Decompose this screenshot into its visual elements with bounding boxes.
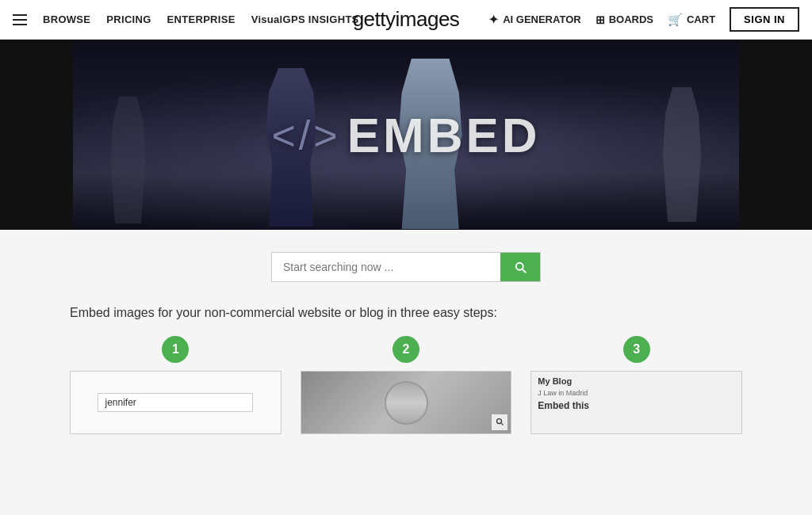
step-3-number: 3 (623, 336, 650, 363)
step-3: 3 My Blog J Law in Madrid Embed this (530, 336, 742, 434)
ai-generator-link[interactable]: ✦ AI GENERATOR (488, 13, 580, 27)
step-3-blog-content: J Law in Madrid (538, 389, 735, 397)
steps-row: 1 2 3 My Blog J Law in Madrid (70, 336, 742, 434)
nav-visualgps[interactable]: VisualGPS INSIGHTS (251, 13, 359, 25)
step-2-number: 2 (393, 336, 419, 363)
steps-section: Embed images for your non-commercial web… (0, 306, 812, 450)
sign-in-button[interactable]: SIGN IN (730, 7, 799, 32)
step-3-blog-title: My Blog (538, 376, 735, 386)
step-2-image-thumb (385, 381, 428, 425)
step-1-number: 1 (162, 336, 189, 363)
embed-overlay-text: </> EMBED (271, 107, 540, 163)
step-1: 1 (70, 336, 282, 434)
ai-icon: ✦ (488, 13, 499, 27)
boards-icon: ⊞ (596, 13, 605, 26)
nav-pricing[interactable]: PRICING (106, 13, 151, 25)
embed-label: EMBED (347, 107, 541, 163)
step-2-preview (301, 371, 512, 434)
bracket-left: </> (271, 111, 340, 158)
cart-link[interactable]: 🛒 CART (668, 13, 715, 27)
search-input[interactable] (272, 253, 500, 281)
search-bar (271, 252, 541, 282)
step-3-embed-text: Embed this (538, 400, 735, 411)
hero-banner: </> EMBED (0, 40, 812, 230)
site-logo[interactable]: gettyimages (353, 7, 460, 32)
boards-link[interactable]: ⊞ BOARDS (596, 13, 653, 26)
nav-browse[interactable]: BROWSE (43, 13, 90, 25)
hamburger-menu-icon[interactable] (13, 14, 27, 25)
search-icon (513, 260, 527, 274)
header-left: BROWSE PRICING ENTERPRISE VisualGPS INSI… (13, 13, 359, 25)
search-section (0, 252, 812, 282)
nav-enterprise[interactable]: ENTERPRISE (167, 13, 236, 25)
step-2: 2 (301, 336, 512, 434)
cart-icon: 🛒 (668, 13, 683, 27)
step-3-preview: My Blog J Law in Madrid Embed this (530, 371, 742, 434)
step-1-preview (70, 371, 282, 434)
search-button[interactable] (500, 253, 540, 281)
site-header: BROWSE PRICING ENTERPRISE VisualGPS INSI… (0, 0, 812, 40)
hero-image: </> EMBED (73, 40, 739, 230)
main-nav: BROWSE PRICING ENTERPRISE VisualGPS INSI… (43, 13, 359, 25)
step-2-search-btn (492, 414, 508, 430)
header-right: ✦ AI GENERATOR ⊞ BOARDS 🛒 CART SIGN IN (488, 7, 799, 32)
steps-title: Embed images for your non-commercial web… (70, 306, 742, 320)
step-1-search-input[interactable] (98, 393, 253, 412)
